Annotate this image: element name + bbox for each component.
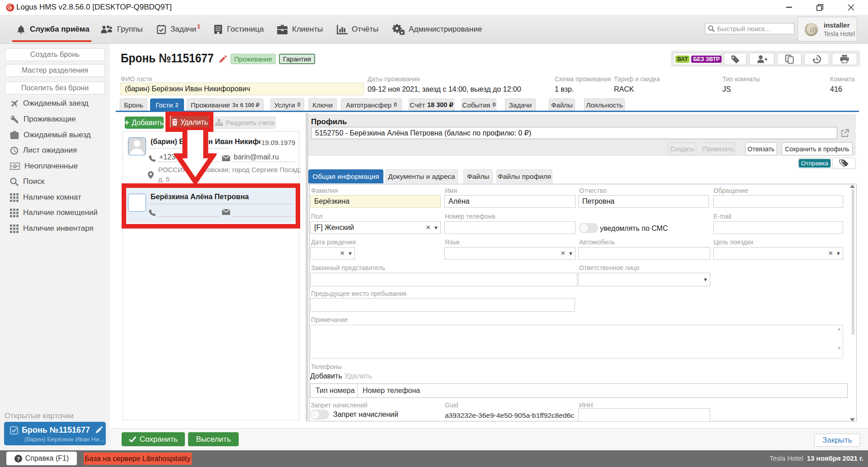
svg-text:?: ? <box>17 456 20 461</box>
